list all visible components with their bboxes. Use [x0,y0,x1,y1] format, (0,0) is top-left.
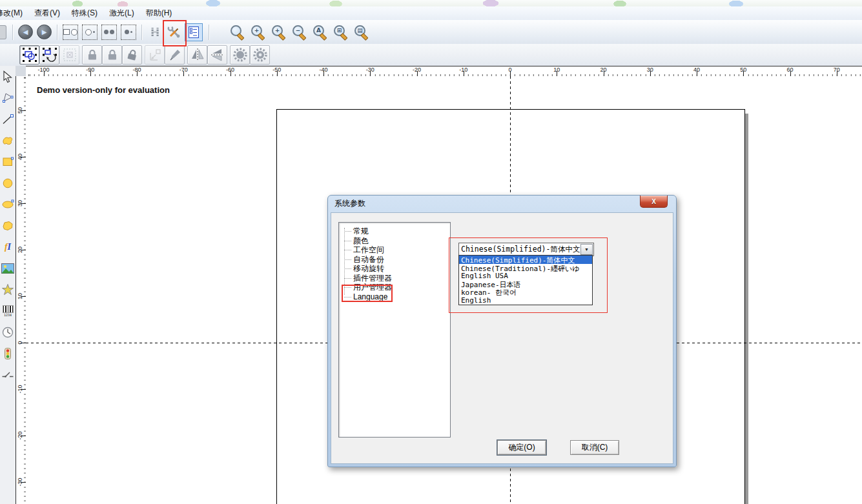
ruler-tick-label: -60 [226,66,234,73]
language-option-0[interactable]: Chinese(Simplified)-简体中文 [459,256,592,264]
nav-back-button[interactable]: ◀ [18,25,33,39]
settings-tree-list[interactable]: 常规颜色工作空间自动备份移动旋转插件管理器用户管理器Language [338,222,451,438]
bitmap-tool-icon [1,263,14,274]
node-distribute-button[interactable] [121,25,136,40]
zoom-window-button[interactable] [229,24,246,41]
zoom-in-button[interactable]: + [271,24,287,41]
wrench-screwdriver-icon [167,25,182,40]
tree-item-4[interactable]: 移动旋转 [339,264,450,274]
hatch-button[interactable]: H [146,23,164,41]
rotate-button[interactable] [39,45,59,65]
ruler-tick-label: -40 [319,66,327,73]
mirror-horizontal-button[interactable] [187,45,207,65]
mark-preview-button[interactable] [230,45,250,65]
language-option-5[interactable]: English [459,296,592,305]
line-tool-button[interactable] [0,108,15,130]
language-option-3[interactable]: Japanese-日本语 [459,280,592,288]
output-port-tool-button[interactable] [0,343,15,364]
nav-forward-button[interactable]: ▶ [37,25,52,39]
language-option-4[interactable]: korean- 한국어 [459,288,592,296]
put-to-origin-button[interactable] [145,45,165,65]
dialog-close-button[interactable]: X [640,196,668,208]
burst-icon [232,47,248,63]
tree-item-6[interactable]: 用户管理器 [339,283,450,292]
curve-tool-button[interactable] [0,130,15,151]
tree-item-2[interactable]: 工作空间 [339,245,450,255]
menu-item-2[interactable]: 特殊(S) [66,6,103,20]
ruler-tick-label: -20 [17,431,23,440]
dialog-title-bar[interactable]: 系统参数 [328,196,676,212]
lock-x-button[interactable] [82,45,102,65]
ruler-tick-label: 0 [17,338,23,347]
ruler-tick-label: 0 [508,66,511,73]
desktop-wallpaper-strip [0,0,862,6]
origin-icon [147,47,163,63]
node-edit-rect-circle-button[interactable] [63,25,78,40]
bitmap-tool-button[interactable] [0,257,15,279]
menu-item-3[interactable]: 激光(L) [103,6,140,20]
lock-y-button[interactable] [102,45,122,65]
array-icon [62,47,77,63]
node-align-button[interactable] [101,25,117,40]
cancel-button[interactable]: 取消(C) [570,440,619,455]
mark-preview-2-button[interactable] [250,45,270,65]
ellipse-tool-button[interactable] [0,194,15,215]
text-tool-button[interactable]: fI [0,236,15,257]
draw-direction-button[interactable] [165,45,185,65]
ruler-tick-label: 70 [834,66,840,73]
array-copy-button[interactable] [59,45,79,65]
ruler-tick-label: 20 [17,245,23,254]
menu-item-0[interactable]: 修改(M) [0,6,28,20]
rectangle-tool-icon [1,156,14,168]
draw-tool-column: fI1234 [0,66,16,504]
select-tool-button[interactable] [0,66,15,87]
ok-button[interactable]: 确定(O) [497,440,546,455]
demo-watermark-text: Demo version-only for evaluation [37,85,170,95]
lock-icon [85,48,99,62]
tree-item-3[interactable]: 自动备份 [339,255,450,265]
zoom-all-button[interactable]: A [312,24,329,41]
input-port-tool-button[interactable] [0,364,15,385]
node-edit-tool-button[interactable] [0,87,15,108]
ruler-tick-label: 10 [17,292,23,301]
circle-tool-button[interactable] [0,172,15,194]
rectangle-tool-button[interactable] [0,151,15,172]
curve-tool-icon [1,134,14,147]
node-edit-tool-icon [1,92,14,105]
object-list-button[interactable] [185,23,203,41]
vector-file-tool-button[interactable] [0,279,15,300]
tree-item-0[interactable]: 常规 [339,227,450,236]
language-option-2[interactable]: English USA [459,272,592,280]
vector-file-tool-icon [1,283,14,296]
system-settings-wrench-button[interactable] [165,23,183,41]
combobox-dropdown-button[interactable]: ▼ [580,244,593,255]
text-tool-icon: fI [5,242,11,252]
zoom-selection-button[interactable]: ⊞ [333,24,349,41]
language-combobox-value: Chinese(Simplified)-简体中文 [459,245,580,254]
delay-tool-button[interactable] [0,321,15,343]
barcode-tool-button[interactable]: 1234 [0,300,15,321]
language-dropdown-list[interactable]: Chinese(Simplified)-简体中文Chinese(Traditio… [458,255,593,305]
zoom-page-button[interactable]: ▤ [353,24,370,41]
language-option-1[interactable]: Chinese(Traditional)-纆砰いゆ [459,264,592,272]
ruler-tick-label: 30 [17,199,23,208]
ruler-tick-label: -10 [459,66,467,73]
polygon-tool-button[interactable] [0,215,15,236]
mirrorv-icon [210,47,225,63]
mirror-vertical-button[interactable] [207,45,227,65]
lock-xy-button[interactable] [122,45,142,65]
tree-item-language[interactable]: Language [339,292,450,302]
burst2-icon [252,47,268,63]
zoom-pan-button[interactable]: + [250,24,267,41]
menu-item-4[interactable]: 帮助(H) [140,6,178,20]
zoom-out-button[interactable]: − [291,24,308,41]
language-combobox[interactable]: Chinese(Simplified)-简体中文 ▼ [458,243,594,256]
application-window: 修改(M)查看(V)特殊(S)激光(L)帮助(H) ◀▶ H [0,0,862,504]
input-port-tool-icon [1,368,14,381]
tree-item-5[interactable]: 插件管理器 [339,274,450,283]
menu-item-1[interactable]: 查看(V) [28,6,66,20]
select-transform-button[interactable] [19,45,39,65]
node-edit-circle-button[interactable] [82,25,97,40]
tree-item-1[interactable]: 颜色 [339,236,450,246]
object-list-icon [187,25,201,39]
